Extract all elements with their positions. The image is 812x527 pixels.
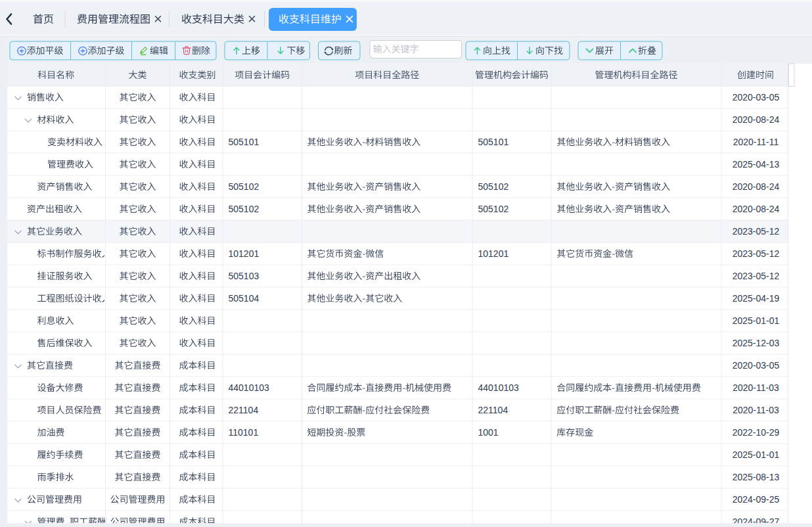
svg-text:2022-10-29: 2022-10-29: [733, 427, 780, 438]
svg-text:2023-05-12: 2023-05-12: [733, 226, 780, 237]
svg-text:505104: 505104: [229, 293, 259, 304]
svg-text:2020-03-05: 2020-03-05: [733, 92, 780, 103]
svg-text:505103: 505103: [229, 271, 259, 281]
svg-text:2025-01-01: 2025-01-01: [733, 315, 780, 326]
svg-text:110101: 110101: [229, 427, 259, 438]
svg-text:101201: 101201: [478, 248, 509, 259]
svg-text:2025-04-19: 2025-04-19: [733, 293, 780, 304]
svg-text:2023-05-12: 2023-05-12: [733, 271, 780, 281]
svg-text:2020-08-24: 2020-08-24: [733, 204, 780, 214]
svg-text:44010103: 44010103: [478, 382, 520, 393]
svg-text:505102: 505102: [478, 204, 509, 214]
svg-text:2024-09-25: 2024-09-25: [733, 494, 780, 505]
svg-text:2023-05-12: 2023-05-12: [733, 248, 780, 259]
svg-text:505102: 505102: [229, 204, 259, 214]
svg-text:2025-04-13: 2025-04-13: [733, 159, 780, 170]
svg-text:2020-11-11: 2020-11-11: [733, 137, 779, 147]
svg-text:2020-11-03: 2020-11-03: [733, 405, 779, 415]
svg-text:44010103: 44010103: [229, 382, 270, 393]
svg-text:2020-03-05: 2020-03-05: [733, 360, 780, 371]
svg-text:2025-12-03: 2025-12-03: [733, 338, 780, 348]
svg-text:2025-01-01: 2025-01-01: [733, 449, 780, 460]
svg-text:2020-08-24: 2020-08-24: [733, 181, 780, 192]
svg-text:221104: 221104: [478, 405, 508, 415]
svg-text:1001: 1001: [478, 427, 499, 438]
svg-text:505101: 505101: [229, 137, 259, 147]
svg-text:221104: 221104: [229, 405, 259, 415]
svg-text:101201: 101201: [229, 248, 259, 259]
svg-text:2020-11-03: 2020-11-03: [733, 382, 779, 393]
svg-text:505102: 505102: [478, 181, 509, 192]
svg-text:2025-08-13: 2025-08-13: [733, 472, 780, 482]
svg-text:505101: 505101: [478, 137, 509, 147]
svg-text:505102: 505102: [229, 181, 259, 192]
svg-text:2020-08-24: 2020-08-24: [733, 114, 780, 125]
